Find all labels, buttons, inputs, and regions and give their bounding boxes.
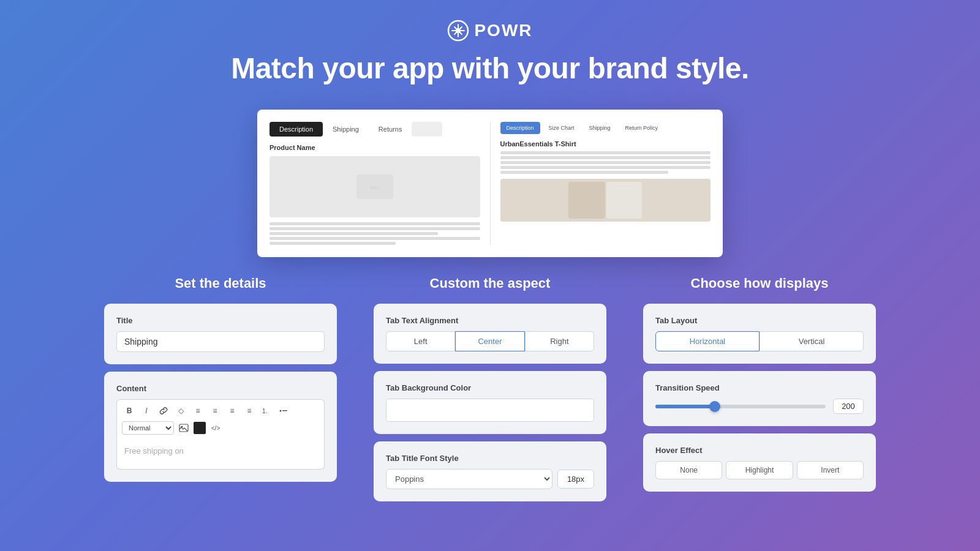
hover-none-btn[interactable]: None: [655, 461, 722, 479]
layout-vertical-toggle[interactable]: Vertical: [760, 331, 864, 351]
tab-font-card: Tab Title Font Style Poppins Roboto Open…: [374, 441, 606, 501]
desc-line-1: [500, 151, 711, 154]
hover-highlight-btn[interactable]: Highlight: [726, 461, 793, 479]
content-card: Content B I ◇ ≡ ≡ ≡ ≡ 1.: [104, 372, 337, 482]
alignment-toggle-group: Left Center Right: [386, 331, 594, 351]
desc-line-4: [500, 166, 711, 169]
bold-button[interactable]: B: [122, 403, 137, 418]
ol-icon: 1.: [262, 407, 271, 415]
align-center-button[interactable]: ≡: [208, 403, 222, 418]
justify-button[interactable]: ≡: [242, 403, 257, 418]
italic-button[interactable]: I: [139, 403, 154, 418]
diamond-button[interactable]: ◇: [173, 403, 188, 418]
title-card-label: Title: [116, 316, 325, 325]
transition-speed-label: Transition Speed: [655, 383, 864, 392]
link-button[interactable]: [156, 403, 171, 418]
desc-line-5: [500, 171, 669, 174]
preview-tab-shipping[interactable]: Shipping: [323, 122, 369, 137]
slider-value: 200: [833, 399, 864, 414]
preview-tab-returns[interactable]: Returns: [369, 122, 412, 137]
svg-point-1: [456, 28, 461, 33]
preview-tab-description[interactable]: Description: [270, 122, 323, 137]
tab-alignment-card: Tab Text Alignment Left Center Right: [374, 304, 606, 364]
preview-product-name-left: Product Name: [270, 144, 480, 151]
display-col: Choose how displays Tab Layout Horizonta…: [643, 276, 876, 509]
preview-product-title-right: UrbanEssentials T-Shirt: [500, 140, 711, 148]
page-header: POWR Match your app with your brand styl…: [0, 0, 980, 97]
tab-bg-color-label: Tab Background Color: [386, 383, 594, 392]
headline: Match your app with your brand style.: [0, 51, 980, 85]
font-size-input[interactable]: [557, 470, 594, 489]
image-icon: [179, 424, 189, 432]
svg-rect-5: [606, 182, 642, 219]
hover-effect-card: Hover Effect None Highlight Invert: [643, 433, 876, 492]
image-button[interactable]: [176, 421, 191, 435]
hover-effect-group: None Highlight Invert: [655, 461, 864, 479]
align-left-button[interactable]: ≡: [190, 403, 205, 418]
editor-toolbar: B I ◇ ≡ ≡ ≡ ≡ 1.: [116, 399, 325, 439]
svg-text:IMG: IMG: [370, 185, 379, 190]
title-card: Title: [104, 304, 337, 364]
preview-right-tab-size[interactable]: Size Chart: [543, 122, 581, 134]
preview-line-4: [270, 237, 480, 240]
content-card-label: Content: [116, 384, 325, 393]
align-right-toggle[interactable]: Right: [525, 331, 594, 351]
hover-invert-btn[interactable]: Invert: [797, 461, 864, 479]
preview-right-tab-desc[interactable]: Description: [500, 122, 540, 134]
slider-track[interactable]: [655, 405, 826, 408]
preview-desc-lines: [500, 151, 711, 174]
preview-section: Description Shipping Returns Product Nam…: [0, 110, 980, 257]
font-family-select[interactable]: Poppins Roboto Open Sans: [386, 469, 552, 489]
tab-layout-card: Tab Layout Horizontal Vertical: [643, 304, 876, 364]
svg-rect-8: [282, 410, 287, 411]
preview-right: Description Size Chart Shipping Return P…: [500, 122, 711, 245]
preview-left: Description Shipping Returns Product Nam…: [270, 122, 480, 245]
slider-row: 200: [655, 399, 864, 414]
preview-line-3: [270, 232, 438, 235]
set-details-title: Set the details: [175, 276, 266, 291]
preview-right-tab-return[interactable]: Return Policy: [619, 122, 665, 134]
transition-speed-card: Transition Speed 200: [643, 371, 876, 426]
color-swatch[interactable]: [194, 422, 206, 434]
align-right-button[interactable]: ≡: [225, 403, 239, 418]
bottom-section: Set the details Title Content B I ◇ ≡ ≡: [0, 276, 980, 509]
title-input[interactable]: [116, 331, 325, 352]
logo-text: POWR: [474, 21, 532, 40]
align-center-toggle[interactable]: Center: [455, 331, 524, 351]
ul-button[interactable]: [276, 403, 291, 418]
preview-image-right: [500, 179, 711, 222]
tab-font-label: Tab Title Font Style: [386, 454, 594, 463]
preview-right-tab-ship[interactable]: Shipping: [583, 122, 617, 134]
tab-layout-label: Tab Layout: [655, 316, 864, 325]
preview-right-tabs: Description Size Chart Shipping Return P…: [500, 122, 711, 134]
svg-text:1.: 1.: [262, 408, 267, 414]
color-input-field[interactable]: [386, 399, 594, 421]
svg-rect-4: [568, 182, 605, 219]
custom-aspect-title: Custom the aspect: [430, 276, 551, 291]
format-select[interactable]: Normal Heading 1 Heading 2: [122, 421, 174, 435]
ul-icon: [279, 407, 288, 415]
desc-line-3: [500, 161, 711, 164]
preview-left-tabs: Description Shipping Returns: [270, 122, 480, 137]
preview-tab-extra: [412, 122, 442, 137]
preview-text-lines-left: [270, 222, 480, 245]
color-input-wrapper: [386, 399, 594, 422]
preview-image-left: IMG: [270, 156, 480, 217]
slider-thumb[interactable]: [709, 401, 720, 412]
preview-card: Description Shipping Returns Product Nam…: [257, 110, 723, 257]
tab-alignment-label: Tab Text Alignment: [386, 316, 594, 325]
logo: POWR: [0, 20, 980, 42]
layout-horizontal-toggle[interactable]: Horizontal: [655, 331, 760, 351]
editor-placeholder: Free shipping on: [124, 446, 184, 455]
tab-bg-color-card: Tab Background Color: [374, 371, 606, 434]
editor-content[interactable]: Free shipping on: [116, 439, 325, 470]
preview-line-5: [270, 242, 396, 245]
preview-divider: [490, 122, 491, 245]
slider-fill: [655, 405, 715, 408]
ol-button[interactable]: 1.: [259, 403, 274, 418]
align-left-toggle[interactable]: Left: [386, 331, 455, 351]
hover-effect-label: Hover Effect: [655, 446, 864, 455]
code-button[interactable]: </>: [208, 421, 223, 435]
custom-aspect-col: Custom the aspect Tab Text Alignment Lef…: [374, 276, 606, 509]
font-row: Poppins Roboto Open Sans: [386, 469, 594, 489]
